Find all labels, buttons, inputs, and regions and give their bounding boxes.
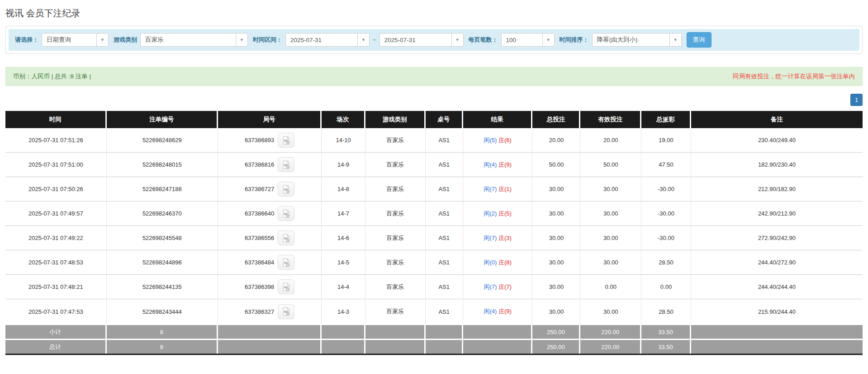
cell-game-type: 百家乐 [365, 128, 426, 153]
cell-session: 14-8 [322, 177, 365, 201]
page-size-select[interactable]: 100 ▼ [501, 33, 555, 47]
total-row: 总计 8 250.00 220.00 33.50 [5, 339, 863, 354]
cell-remark: 215.90/244.40 [691, 299, 863, 324]
cell-valid-bet: 30.00 [580, 201, 641, 226]
video-replay-button[interactable] [278, 182, 294, 197]
cell-table-no: AS1 [426, 177, 463, 201]
cell-total-bet[interactable]: 30.00 [532, 250, 580, 275]
cell-bet-id: 522698244135 [107, 275, 218, 299]
bet-records-table: 时间 注单编号 局号 场次 游戏类别 桌号 结果 总投注 有效投注 总派彩 备注… [5, 111, 863, 354]
cell-total-bet[interactable]: 30.00 [532, 226, 580, 250]
valid-bet-notice-text: 同局有效投注，统一计算在该局第一张注单内 [733, 72, 855, 81]
time-sort-select[interactable]: 降幂(由大到小) ▼ [592, 33, 682, 47]
result-banker: 庄(8) [498, 259, 512, 266]
result-banker: 庄(9) [498, 161, 512, 168]
cell-round-id: 637386556 [218, 226, 322, 250]
video-replay-button[interactable] [278, 206, 294, 221]
video-replay-button[interactable] [278, 255, 294, 270]
cell-bet-id: 522698246370 [107, 201, 218, 226]
col-header-round-id: 局号 [218, 111, 322, 128]
cell-time: 2025-07-31 07:48:21 [5, 275, 107, 299]
subtotal-valid-bet: 220.00 [580, 324, 641, 339]
cell-result: 闲(5) 庄(6) [463, 128, 532, 153]
query-type-value: 日期查询 [42, 34, 96, 46]
video-replay-button[interactable] [278, 157, 294, 172]
table-row: 2025-07-31 07:48:53 522698244896 6373864… [5, 250, 863, 275]
video-replay-icon [281, 135, 291, 145]
video-replay-button[interactable] [278, 304, 294, 319]
query-type-group: 请选择： 日期查询 ▼ [15, 33, 109, 47]
cell-bet-id: 522698245548 [107, 226, 218, 250]
cell-time: 2025-07-31 07:50:26 [5, 177, 107, 201]
table-body: 2025-07-31 07:51:26 522698248629 6373868… [5, 128, 863, 324]
cell-game-type: 百家乐 [365, 299, 426, 324]
cell-result: 闲(4) 庄(9) [463, 153, 532, 177]
cell-total-bet[interactable]: 20.00 [532, 128, 580, 153]
cell-total-bet[interactable]: 30.00 [532, 275, 580, 299]
date-from-picker[interactable]: 2025-07-31 ▼ [285, 33, 370, 47]
page-size-value: 100 [502, 34, 542, 46]
subtotal-label: 小计 [5, 324, 107, 339]
round-id-value: 637386398 [245, 283, 274, 290]
video-replay-icon [281, 184, 291, 194]
col-header-session: 场次 [322, 111, 365, 128]
summary-empty-cell [322, 339, 365, 354]
cell-session: 14-4 [322, 275, 365, 299]
cell-game-type: 百家乐 [365, 226, 426, 250]
video-replay-icon [281, 233, 291, 243]
video-replay-button[interactable] [278, 230, 294, 245]
video-replay-icon [281, 282, 291, 292]
cell-round-id: 637386727 [218, 177, 322, 201]
game-type-select[interactable]: 百家乐 ▼ [140, 33, 248, 47]
cell-round-id: 637386327 [218, 299, 322, 324]
cell-table-no: AS1 [426, 128, 463, 153]
cell-total-bet[interactable]: 50.00 [532, 153, 580, 177]
cell-remark: 212.90/182.90 [691, 177, 863, 201]
table-row: 2025-07-31 07:47:53 522698243444 6373863… [5, 299, 863, 324]
total-valid-bet: 220.00 [580, 339, 641, 354]
page-title: 视讯 会员下注纪录 [5, 7, 863, 19]
total-payout: 33.50 [641, 339, 691, 354]
page-size-label: 每页笔数： [469, 36, 498, 44]
video-replay-button[interactable] [278, 279, 294, 294]
cell-remark: 272.90/242.90 [691, 226, 863, 250]
date-to-picker[interactable]: 2025-07-31 ▼ [379, 33, 464, 47]
info-bar: 币别：人民币 | 总共 :8 注单 | 同局有效投注，统一计算在该局第一张注单内 [5, 67, 863, 86]
round-id-value: 637386816 [245, 161, 274, 168]
table-row: 2025-07-31 07:49:57 522698246370 6373866… [5, 201, 863, 226]
cell-payout: -30.00 [641, 201, 691, 226]
col-header-result: 结果 [463, 111, 532, 128]
time-range-group: 时间区间： 2025-07-31 ▼ ~ 2025-07-31 ▼ [253, 33, 464, 47]
subtotal-total-bet: 250.00 [532, 324, 580, 339]
query-type-select[interactable]: 日期查询 ▼ [42, 33, 109, 47]
col-header-bet-id: 注单编号 [107, 111, 218, 128]
cell-payout: 28.50 [641, 299, 691, 324]
cell-total-bet[interactable]: 30.00 [532, 201, 580, 226]
search-button[interactable]: 查询 [687, 32, 711, 48]
page-button-1[interactable]: 1 [850, 94, 863, 106]
cell-game-type: 百家乐 [365, 153, 426, 177]
video-replay-button[interactable] [278, 133, 294, 148]
result-player: 闲(7) [484, 235, 497, 241]
cell-bet-id: 522698243444 [107, 299, 218, 324]
cell-table-no: AS1 [426, 275, 463, 299]
summary-empty-cell [426, 324, 463, 339]
cell-payout: 28.50 [641, 250, 691, 275]
cell-total-bet[interactable]: 30.00 [532, 299, 580, 324]
pagination: 1 [5, 94, 863, 106]
cell-table-no: AS1 [426, 201, 463, 226]
bet-records-table-wrap: 时间 注单编号 局号 场次 游戏类别 桌号 结果 总投注 有效投注 总派彩 备注… [5, 111, 863, 355]
result-banker: 庄(5) [498, 210, 512, 217]
round-id-value: 637386484 [245, 259, 274, 266]
total-count: 8 [107, 339, 218, 354]
summary-empty-cell [322, 324, 365, 339]
cell-result: 闲(0) 庄(8) [463, 250, 532, 275]
cell-bet-id: 522698248015 [107, 153, 218, 177]
cell-game-type: 百家乐 [365, 250, 426, 275]
subtotal-payout: 33.50 [641, 324, 691, 339]
cell-total-bet[interactable]: 30.00 [532, 177, 580, 201]
cell-table-no: AS1 [426, 226, 463, 250]
table-summary: 小计 8 250.00 220.00 33.50 总计 8 [5, 324, 863, 354]
time-sort-value: 降幂(由大到小) [593, 34, 669, 46]
result-player: 闲(4) [484, 161, 497, 168]
